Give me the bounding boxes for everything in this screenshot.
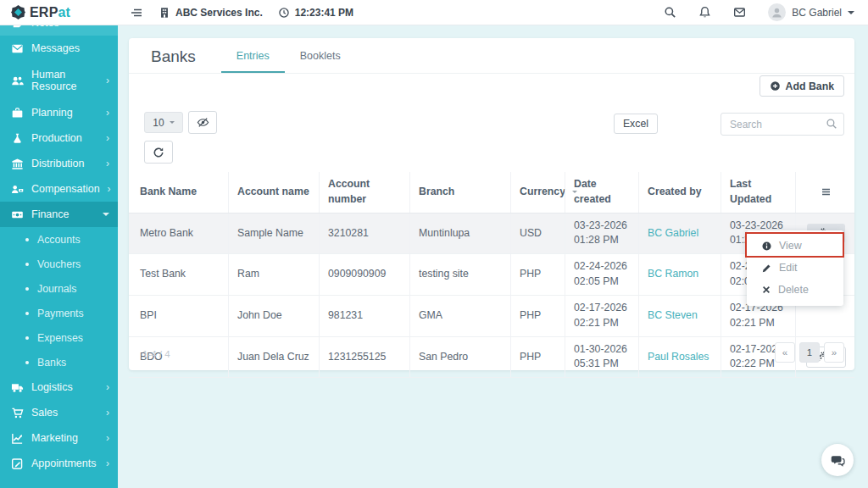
table-body: Metro Bank Sample Name 3210281 Muntinlup…: [129, 214, 854, 379]
prev-page-button[interactable]: «: [775, 342, 795, 363]
users-money-icon: [11, 183, 24, 196]
col-account-number: Account number: [319, 172, 409, 213]
excel-export-button[interactable]: Excel: [614, 114, 658, 134]
chat-button[interactable]: [821, 444, 854, 476]
sidebar-subitem-expenses[interactable]: Expenses: [0, 325, 118, 350]
table-header-row: Bank Name Account name Account number Br…: [129, 172, 854, 214]
sidebar-subitem-journals[interactable]: Journals: [0, 276, 118, 301]
bullet-icon: [25, 336, 29, 340]
chevron-right-icon: ›: [106, 75, 109, 86]
chart-line-icon: [11, 432, 24, 445]
tab-booklets[interactable]: Booklets: [285, 38, 356, 73]
bullet-icon: [25, 263, 29, 266]
menu-item-delete[interactable]: Delete: [747, 279, 843, 301]
col-currency[interactable]: Currency: [510, 172, 565, 213]
sidebar-item-human-resource[interactable]: Human Resource ›: [0, 61, 118, 100]
page-number-button[interactable]: 1: [799, 342, 820, 363]
refresh-icon: [153, 147, 164, 158]
col-last-updated: Last Updated: [721, 172, 795, 213]
sidebar-item-sales[interactable]: Sales ›: [0, 400, 118, 425]
sidebar-item-messages[interactable]: Messages: [0, 36, 118, 61]
company-name: ABC Services Inc.: [175, 7, 263, 19]
bullet-icon: [25, 312, 29, 315]
sidebar-item-distribution[interactable]: Distribution ›: [0, 151, 118, 176]
app-logo[interactable]: ERPat: [0, 5, 118, 20]
main-content: Banks Entries Booklets Add Bank 10: [118, 25, 868, 488]
brand-at: at: [58, 5, 71, 19]
page-size-select[interactable]: 10: [144, 112, 183, 133]
sidebar-subitem-vouchers[interactable]: Vouchers: [0, 252, 118, 276]
column-visibility-button[interactable]: [188, 111, 217, 134]
sidebar-item-finance[interactable]: Finance: [0, 202, 118, 227]
sidebar-item-marketing[interactable]: Marketing ›: [0, 425, 118, 451]
note-icon: [11, 25, 24, 29]
sidebar-subitem-accounts[interactable]: Accounts: [0, 227, 118, 252]
user-menu[interactable]: BC Gabriel: [768, 3, 854, 21]
sidebar-item-compensation[interactable]: Compensation ›: [0, 176, 118, 202]
landmark-icon: [11, 158, 24, 170]
truck-icon: [11, 381, 24, 394]
brand-erp: ERP: [30, 5, 58, 19]
tab-entries[interactable]: Entries: [221, 38, 285, 73]
sidebar-item-notes[interactable]: Notes: [0, 25, 118, 36]
created-by-link[interactable]: BC Ramon: [638, 254, 721, 295]
created-by-link[interactable]: Paul Rosales: [638, 337, 721, 378]
table-row: Test Bank Ram 0909090909 testing site PH…: [129, 254, 854, 296]
mail-icon[interactable]: [733, 6, 746, 19]
caret-down-icon: [848, 11, 854, 14]
search-icon[interactable]: [664, 6, 676, 19]
caret-down-icon: [170, 121, 175, 124]
company-selector[interactable]: ABC Services Inc.: [159, 7, 263, 19]
chevron-right-icon: ›: [106, 432, 109, 444]
sidebar-subitem-payments[interactable]: Payments: [0, 301, 118, 325]
users-icon: [11, 75, 24, 87]
sidebar-subitem-banks[interactable]: Banks: [0, 350, 118, 374]
avatar: [768, 3, 786, 21]
col-bank-name: Bank Name: [129, 172, 228, 213]
x-icon: [761, 285, 771, 295]
menu-icon: [821, 186, 832, 197]
table-row: Metro Bank Sample Name 3210281 Muntinlup…: [129, 214, 854, 255]
banks-card: Banks Entries Booklets Add Bank 10: [129, 38, 854, 370]
bullet-icon: [25, 287, 29, 291]
sidebar-toggle-icon[interactable]: [130, 6, 143, 19]
col-created-by: Created by: [638, 172, 721, 213]
chevron-right-icon: ›: [106, 407, 109, 419]
page-title: Banks: [129, 38, 196, 73]
created-by-link[interactable]: BC Steven: [638, 296, 721, 336]
created-by-link[interactable]: BC Gabriel: [638, 214, 721, 254]
row-actions-menu: View Edit Delete: [747, 230, 843, 306]
current-time: 12:23:41 PM: [295, 7, 353, 19]
clock: 12:23:41 PM: [278, 7, 353, 19]
sidebar-item-appointments[interactable]: Appointments ›: [0, 451, 118, 476]
col-branch: Branch: [409, 172, 510, 213]
sidebar-item-production[interactable]: Production ›: [0, 125, 118, 151]
chevron-right-icon: ›: [106, 107, 109, 119]
clock-icon: [278, 7, 290, 19]
table-row: BPI John Doe 981231 GMA PHP 02-17-2026 0…: [129, 296, 854, 337]
briefcase-icon: [11, 107, 24, 119]
money-icon: [11, 208, 24, 221]
search-box: [721, 113, 844, 136]
bell-icon[interactable]: [698, 6, 711, 19]
add-bank-button[interactable]: Add Bank: [760, 75, 844, 97]
pen-square-icon: [11, 458, 24, 470]
eye-slash-icon: [197, 116, 209, 129]
menu-item-edit[interactable]: Edit: [747, 257, 843, 279]
plus-circle-icon: [770, 80, 781, 92]
sidebar-item-logistics[interactable]: Logistics ›: [0, 374, 118, 400]
sidebar-item-planning[interactable]: Planning ›: [0, 100, 118, 125]
next-page-button[interactable]: »: [824, 342, 844, 363]
info-circle-icon: [761, 241, 772, 252]
tabs: Entries Booklets: [221, 38, 356, 73]
chevron-right-icon: ›: [106, 158, 109, 169]
refresh-button[interactable]: [144, 141, 173, 164]
banks-table: Bank Name Account name Account number Br…: [129, 172, 854, 378]
col-actions[interactable]: [795, 172, 854, 213]
col-date-created: Date created: [565, 172, 638, 213]
search-icon: [826, 118, 837, 133]
result-range: 1-4 / 4: [142, 349, 170, 359]
menu-item-view[interactable]: View: [747, 235, 843, 257]
pagination: « 1 »: [775, 342, 844, 363]
chevron-right-icon: ›: [106, 458, 109, 469]
